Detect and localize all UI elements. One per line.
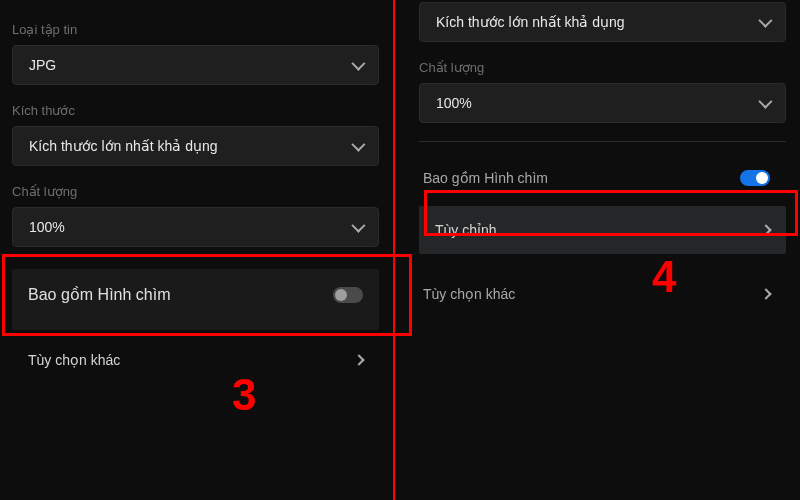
dimensions-value: Kích thước lớn nhất khả dụng <box>29 138 218 154</box>
more-options-row[interactable]: Tùy chọn khác <box>419 270 786 318</box>
quality-label: Chất lượng <box>419 60 786 75</box>
quality-select[interactable]: 100% <box>419 83 786 123</box>
chevron-down-icon <box>351 219 365 233</box>
dimensions-value: Kích thước lớn nhất khả dụng <box>436 14 625 30</box>
include-watermark-toggle[interactable] <box>740 170 770 186</box>
chevron-down-icon <box>351 138 365 152</box>
dimensions-select[interactable]: Kích thước lớn nhất khả dụng <box>419 2 786 42</box>
more-options-label: Tùy chọn khác <box>423 286 762 302</box>
dimensions-select[interactable]: Kích thước lớn nhất khả dụng <box>12 126 379 166</box>
toggle-knob <box>335 289 347 301</box>
more-options-row[interactable]: Tùy chọn khác <box>12 336 379 384</box>
quality-value: 100% <box>436 95 472 111</box>
settings-panel-right: Kích thước lớn nhất khả dụng Chất lượng … <box>393 0 800 500</box>
more-options-label: Tùy chọn khác <box>28 352 355 368</box>
include-watermark-row: Bao gồm Hình chìm <box>419 154 786 202</box>
include-watermark-label: Bao gồm Hình chìm <box>423 170 740 186</box>
include-watermark-toggle[interactable] <box>333 287 363 303</box>
chevron-right-icon <box>760 288 771 299</box>
chevron-down-icon <box>351 57 365 71</box>
quality-select[interactable]: 100% <box>12 207 379 247</box>
customize-label: Tùy chỉnh <box>435 222 762 238</box>
quality-label: Chất lượng <box>12 184 379 199</box>
chevron-right-icon <box>760 224 771 235</box>
file-type-label: Loại tập tin <box>12 22 379 37</box>
quality-value: 100% <box>29 219 65 235</box>
chevron-down-icon <box>758 14 772 28</box>
divider <box>419 141 786 142</box>
settings-panel-left: Loại tập tin JPG Kích thước Kích thước l… <box>0 0 393 500</box>
file-type-value: JPG <box>29 57 56 73</box>
toggle-knob <box>756 172 768 184</box>
include-watermark-row: Bao gồm Hình chìm <box>12 269 379 330</box>
dimensions-label: Kích thước <box>12 103 379 118</box>
chevron-down-icon <box>758 95 772 109</box>
include-watermark-label: Bao gồm Hình chìm <box>28 285 171 304</box>
chevron-right-icon <box>353 354 364 365</box>
customize-row[interactable]: Tùy chỉnh <box>419 206 786 254</box>
file-type-select[interactable]: JPG <box>12 45 379 85</box>
